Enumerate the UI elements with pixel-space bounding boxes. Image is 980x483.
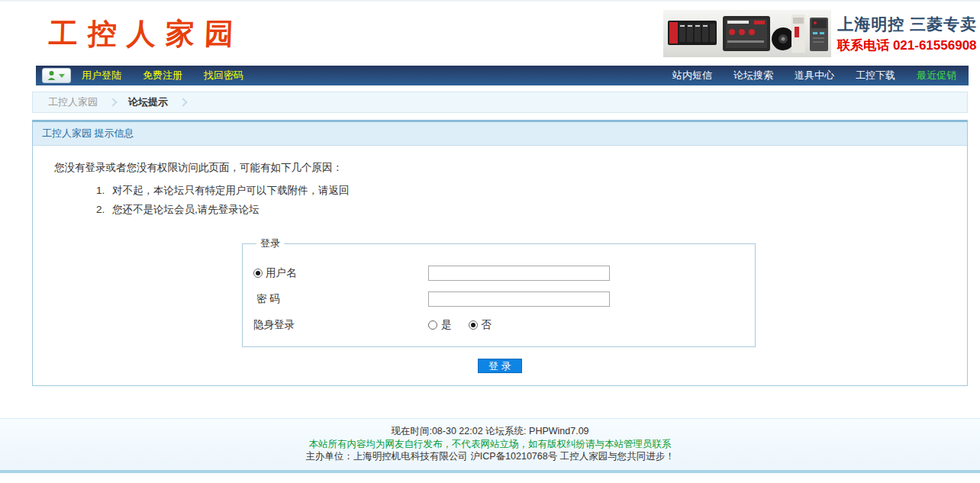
invisible-yes-radio[interactable] bbox=[428, 320, 437, 330]
chevron-down-icon bbox=[59, 74, 65, 78]
reason-item: 对不起，本论坛只有特定用户可以下载附件，请返回 bbox=[108, 184, 967, 198]
login-legend: 登录 bbox=[256, 237, 284, 250]
chevron-right-icon bbox=[108, 98, 117, 106]
nav-tools-link[interactable]: 道具中心 bbox=[795, 69, 834, 82]
nav-search-link[interactable]: 论坛搜索 bbox=[733, 69, 773, 82]
navbar-left: 用户登陆 免费注册 找回密码 bbox=[42, 68, 265, 83]
username-radio[interactable] bbox=[253, 269, 263, 278]
breadcrumb-home-link[interactable]: 工控人家园 bbox=[48, 95, 98, 109]
site-header: 工控人家园 bbox=[0, 2, 980, 66]
invisible-label-group: 隐身登录 bbox=[253, 318, 428, 332]
invisible-yes-label: 是 bbox=[441, 318, 452, 332]
nav-find-password-link[interactable]: 找回密码 bbox=[204, 69, 243, 82]
notice-panel: 工控人家园 提示信息 您没有登录或者您没有权限访问此页面，可能有如下几个原因： … bbox=[32, 120, 968, 386]
footer-disclaimer: 本站所有内容均为网友自行发布，不代表网站立场，如有版权纠纷请与本站管理员联系 bbox=[0, 438, 980, 451]
navbar-right: 站内短信 论坛搜索 道具中心 工控下载 最近促销 bbox=[651, 69, 956, 82]
site-logo[interactable]: 工控人家园 bbox=[48, 14, 244, 53]
nav-login-link[interactable]: 用户登陆 bbox=[82, 69, 121, 82]
password-row: 密 码 bbox=[253, 290, 744, 308]
invisible-login-row: 隐身登录 是 否 bbox=[253, 316, 744, 334]
reason-item: 您还不是论坛会员,请先登录论坛 bbox=[108, 203, 967, 217]
inverter-image bbox=[810, 18, 828, 51]
nav-promo-link[interactable]: 最近促销 bbox=[917, 69, 956, 82]
notice-intro: 您没有登录或者您没有权限访问此页面，可能有如下几个原因： bbox=[54, 161, 967, 175]
nav-messages-link[interactable]: 站内短信 bbox=[672, 69, 712, 82]
contact-phone: 联系电话 021-61556908 bbox=[837, 37, 977, 54]
login-button[interactable]: 登 录 bbox=[478, 359, 522, 373]
contact-block: 上海明控 三菱专卖 联系电话 021-61556908 bbox=[837, 14, 978, 54]
dealer-title: 上海明控 三菱专卖 bbox=[837, 14, 977, 35]
chevron-right-icon bbox=[179, 98, 187, 106]
bottom-divider bbox=[0, 470, 980, 473]
breadcrumb: 工控人家园 论坛提示 bbox=[32, 92, 968, 113]
footer-time-system: 现在时间:08-30 22:02 论坛系统: PHPWind7.09 bbox=[0, 425, 980, 438]
reason-list: 对不起，本论坛只有特定用户可以下载附件，请返回 您还不是论坛会员,请先登录论坛 bbox=[33, 184, 967, 217]
invisible-no-label: 否 bbox=[482, 318, 492, 332]
invisible-no-option: 否 bbox=[469, 318, 492, 332]
header-banner: 上海明控 三菱专卖 联系电话 021-61556908 bbox=[663, 10, 978, 57]
footer-company-icp: 主办单位：上海明控机电科技有限公司 沪ICP备10210768号 工控人家园与您… bbox=[0, 450, 980, 463]
navbar: 用户登陆 免费注册 找回密码 站内短信 论坛搜索 道具中心 工控下载 最近促销 bbox=[36, 66, 969, 85]
panel-body: 您没有登录或者您没有权限访问此页面，可能有如下几个原因： 对不起，本论坛只有特定… bbox=[33, 146, 967, 385]
username-label-group: 用户名 bbox=[253, 266, 428, 280]
username-row: 用户名 bbox=[253, 264, 744, 282]
user-icon bbox=[48, 71, 56, 80]
password-input[interactable] bbox=[428, 291, 610, 307]
invisible-yes-option: 是 bbox=[428, 318, 452, 332]
password-label: 密 码 bbox=[256, 292, 280, 306]
products-banner-image bbox=[663, 10, 831, 57]
breadcrumb-current: 论坛提示 bbox=[128, 95, 168, 109]
hmi-image bbox=[723, 16, 770, 51]
panel-title: 工控人家园 提示信息 bbox=[33, 122, 967, 146]
username-input[interactable] bbox=[428, 266, 610, 281]
login-button-row: 登 录 bbox=[478, 359, 967, 373]
user-menu-button[interactable] bbox=[42, 68, 71, 83]
plc-image bbox=[668, 21, 717, 45]
invisible-no-radio[interactable] bbox=[469, 320, 478, 330]
invisible-login-label: 隐身登录 bbox=[253, 318, 295, 332]
products-illustration bbox=[663, 10, 831, 57]
nav-register-link[interactable]: 免费注册 bbox=[143, 69, 182, 82]
username-label: 用户名 bbox=[266, 266, 297, 280]
nav-download-link[interactable]: 工控下载 bbox=[856, 69, 895, 82]
login-fieldset: 登录 用户名 密 码 隐身登录 是 bbox=[242, 237, 756, 347]
password-label-group: 密 码 bbox=[253, 292, 428, 306]
site-footer: 现在时间:08-30 22:02 论坛系统: PHPWind7.09 本站所有内… bbox=[0, 418, 980, 470]
